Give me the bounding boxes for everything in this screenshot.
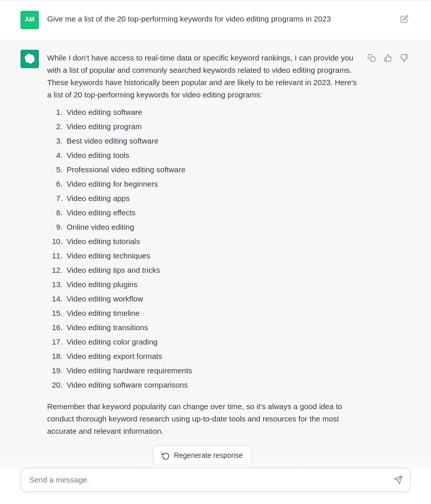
keywords-list: 1.Video editing software2.Video editing … [47,105,357,392]
input-wrapper [20,468,411,492]
list-number: 9. [47,221,63,233]
list-item: 16.Video editing transitions [47,320,357,335]
list-number: 17. [47,336,63,348]
list-text: Video editing effects [67,207,136,219]
list-text: Video editing software [67,106,142,118]
list-text: Professional video editing software [67,164,186,176]
list-number: 7. [47,192,63,205]
copy-icon[interactable] [365,52,378,64]
list-item: 14.Video editing workflow [47,292,357,306]
list-text: Video editing hardware requirements [67,365,192,377]
list-item: 2.Video editing program [47,119,357,134]
list-number: 16. [47,321,63,334]
list-item: 11.Video editing techniques [47,249,357,263]
assistant-message-actions [365,50,411,64]
list-item: 17.Video editing color grading [47,335,357,349]
chat-input[interactable] [21,468,410,491]
list-text: Video editing techniques [67,250,150,262]
intro-text: While I don't have access to real-time d… [47,52,357,101]
list-item: 15.Video editing timeline [47,306,357,320]
list-text: Video editing tools [67,149,129,162]
list-text: Video editing timeline [67,307,139,319]
list-text: Video editing for beginners [67,178,158,190]
list-number: 1. [47,106,63,118]
list-text: Video editing workflow [67,293,143,305]
list-number: 13. [47,278,63,291]
list-item: 19.Video editing hardware requirements [47,364,357,378]
list-text: Best video editing software [67,135,158,147]
list-text: Video editing software comparisons [67,379,188,391]
send-button[interactable] [392,473,405,487]
list-text: Video editing program [67,120,141,133]
assistant-message-row: While I don't have access to real-time d… [0,39,431,475]
list-number: 6. [47,178,63,190]
list-text: Video editing export formats [67,350,162,362]
edit-icon[interactable] [398,13,411,25]
list-item: 10.Video editing tutorials [47,234,357,249]
list-number: 2. [47,120,63,133]
list-text: Video editing color grading [67,336,157,348]
list-text: Video editing transitions [67,321,148,334]
list-item: 4.Video editing tools [47,148,357,163]
list-number: 14. [47,293,63,305]
list-number: 11. [47,250,63,262]
list-item: 7.Video editing apps [47,191,357,206]
list-number: 10. [47,235,63,248]
gpt-avatar [20,50,39,68]
avatar: AM [20,11,39,29]
user-message-row: AM Give me a list of the 20 top-performi… [0,1,431,39]
list-number: 20. [47,379,63,391]
list-item: 20.Video editing software comparisons [47,378,357,392]
list-text: Video editing plugins [67,278,137,291]
list-item: 8.Video editing effects [47,206,357,220]
list-item: 3.Best video editing software [47,134,357,148]
svg-rect-0 [371,57,375,62]
user-message-actions [398,11,411,25]
list-number: 5. [47,164,63,176]
thumbup-icon[interactable] [382,52,394,64]
list-item: 13.Video editing plugins [47,277,357,292]
list-number: 12. [47,264,63,276]
list-text: Video editing tutorials [67,235,140,248]
list-item: 9.Online video editing [47,220,357,234]
user-message-text: Give me a list of the 20 top-performing … [47,11,390,25]
closing-text: Remember that keyword popularity can cha… [47,400,357,437]
list-text: Video editing apps [67,192,130,205]
list-number: 18. [47,350,63,362]
send-icon [394,475,403,485]
regenerate-icon [161,451,170,459]
list-item: 18.Video editing export formats [47,349,357,364]
list-text: Online video editing [67,221,134,233]
list-text: Video editing tips and tricks [67,264,160,276]
list-number: 15. [47,307,63,319]
list-number: 8. [47,207,63,219]
list-number: 3. [47,135,63,147]
list-item: 12.Video editing tips and tricks [47,263,357,277]
thumbdown-icon[interactable] [398,52,411,64]
list-number: 4. [47,149,63,162]
list-item: 6.Video editing for beginners [47,177,357,191]
regenerate-label: Regenerate response [174,451,243,459]
list-number: 19. [47,365,63,377]
list-item: 1.Video editing software [47,105,357,119]
list-item: 5.Professional video editing software [47,163,357,177]
chat-input-area [0,459,431,504]
assistant-message-content: While I don't have access to real-time d… [47,50,357,465]
